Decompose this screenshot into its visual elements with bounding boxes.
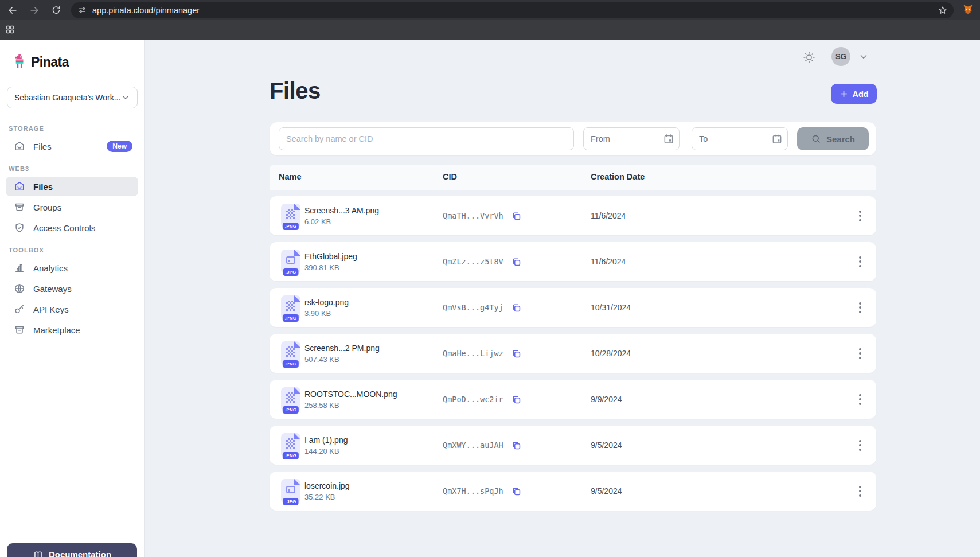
column-header-creation-date: Creation Date [591,172,645,181]
file-name: Screensh...3 AM.png [304,206,443,215]
address-bar[interactable]: app.pinata.cloud/pinmanager [71,2,954,18]
files-icon [14,141,25,152]
search-input[interactable] [279,127,574,150]
user-avatar[interactable]: SG [831,47,850,66]
pinata-logo-icon [14,54,26,70]
file-list: .PNG Screensh...3 AM.png 6.02 KB QmaTH..… [270,196,876,511]
file-type-icon: .PNG [281,387,300,411]
table-row[interactable]: .PNG rsk-logo.png 3.90 KB QmVsB...g4Tyj … [270,288,876,327]
sidebar-item-label: Analytics [33,263,68,273]
browser-forward-button[interactable] [28,3,41,17]
workspace-selector[interactable]: Sebastian Guaqueta's Work... [7,87,138,108]
file-cid: QmZLz...z5t8V [443,257,503,266]
row-menu-kebab-icon[interactable] [853,345,867,363]
copy-cid-icon[interactable] [511,211,522,221]
search-button-label: Search [826,134,855,144]
section-label-web3: WEB3 [0,165,144,176]
search-button[interactable]: Search [797,127,869,150]
copy-cid-icon[interactable] [511,486,522,497]
row-menu-kebab-icon[interactable] [853,391,867,408]
workspace-name: Sebastian Guaqueta's Work... [14,93,121,102]
row-menu-kebab-icon[interactable] [853,207,867,225]
row-menu-kebab-icon[interactable] [853,299,867,317]
main-content: SG Files Add Search Name CID Creation D [145,40,980,557]
file-type-badge: .PNG [283,406,299,414]
new-badge: New [107,141,132,152]
analytics-icon [14,262,25,274]
sidebar-item-access-controls[interactable]: Access Controls [6,218,138,237]
file-cid: QmaHe...Lijwz [443,349,503,358]
shield-check-icon [14,222,25,233]
browser-back-button[interactable] [6,3,19,17]
file-size: 144.20 KB [304,447,443,455]
sidebar-item-storage-files[interactable]: Files New [6,137,138,156]
copy-cid-icon[interactable] [511,348,522,359]
file-creation-date: 10/31/2024 [591,303,853,312]
copy-cid-icon[interactable] [511,302,522,313]
table-row[interactable]: .PNG I am (1).png 144.20 KB QmXWY...auJA… [270,426,876,465]
calendar-icon[interactable] [663,133,674,145]
documentation-button[interactable]: Documentation [7,543,137,557]
add-button[interactable]: Add [831,84,877,104]
row-menu-kebab-icon[interactable] [853,482,867,500]
file-name: Screensh...2 PM.png [304,344,443,353]
file-creation-date: 11/6/2024 [591,211,853,220]
site-info-icon[interactable] [78,6,87,14]
file-type-badge: .PNG [283,360,299,368]
file-creation-date: 9/9/2024 [591,395,853,404]
file-type-badge: .JPG [283,268,298,276]
metamask-extension-icon[interactable] [962,4,974,17]
table-row[interactable]: .PNG ROOTSTOC...MOON.png 258.58 KB QmPoD… [270,380,876,419]
file-name: EthGlobal.jpeg [304,252,443,261]
sidebar-item-groups[interactable]: Groups [6,197,138,217]
table-row[interactable]: .PNG Screensh...3 AM.png 6.02 KB QmaTH..… [270,196,876,235]
files-icon [14,181,25,192]
date-from-field[interactable] [583,127,680,150]
sidebar-item-label: Marketplace [33,325,80,335]
add-button-label: Add [852,89,868,99]
file-cid: QmXWY...auJAH [443,441,503,450]
calendar-icon[interactable] [771,133,783,145]
copy-cid-icon[interactable] [511,394,522,405]
file-type-icon: .PNG [281,433,300,457]
file-size: 3.90 KB [304,309,443,318]
file-type-badge: .PNG [283,452,299,459]
bookmark-star-icon[interactable] [938,5,948,15]
file-size: 390.81 KB [304,263,443,272]
groups-icon [14,201,25,213]
table-row[interactable]: .JPG losercoin.jpg 35.22 KB QmX7H...sPqJ… [270,472,876,511]
pinata-logo[interactable]: Pinata [14,54,69,70]
sidebar-item-api-keys[interactable]: API Keys [6,299,138,319]
row-menu-kebab-icon[interactable] [853,253,867,271]
file-size: 507.43 KB [304,355,443,364]
column-header-name: Name [279,172,302,181]
key-icon [14,303,25,315]
date-to-field[interactable] [692,127,788,150]
url-text[interactable]: app.pinata.cloud/pinmanager [92,6,932,15]
sidebar-item-label: Access Controls [33,223,95,233]
sidebar-item-web3-files[interactable]: Files [6,177,138,196]
copy-cid-icon[interactable] [511,256,522,267]
apps-grid-icon[interactable] [5,25,15,34]
sidebar-item-gateways[interactable]: Gateways [6,279,138,298]
sidebar-item-label: Gateways [33,284,72,294]
browser-reload-button[interactable] [49,3,63,17]
account-chevron-down-icon[interactable] [858,52,869,62]
file-type-icon: .JPG [281,250,300,274]
sidebar-item-analytics[interactable]: Analytics [6,258,138,278]
file-cid: QmPoD...wc2ir [443,395,503,404]
file-type-badge: .PNG [283,223,299,230]
sidebar: Pinata Sebastian Guaqueta's Work... STOR… [0,40,145,557]
file-type-badge: .PNG [283,314,299,322]
copy-cid-icon[interactable] [511,440,522,451]
theme-toggle-sun-icon[interactable] [802,50,816,64]
sidebar-item-label: Files [33,182,53,192]
row-menu-kebab-icon[interactable] [853,437,867,454]
file-size: 6.02 KB [304,217,443,226]
table-row[interactable]: .PNG Screensh...2 PM.png 507.43 KB QmaHe… [270,334,876,373]
file-size: 35.22 KB [304,493,443,501]
logo-wordmark: Pinata [31,54,69,70]
page-title: Files [270,78,321,104]
table-row[interactable]: .JPG EthGlobal.jpeg 390.81 KB QmZLz...z5… [270,242,876,281]
sidebar-item-marketplace[interactable]: Marketplace [6,320,138,340]
